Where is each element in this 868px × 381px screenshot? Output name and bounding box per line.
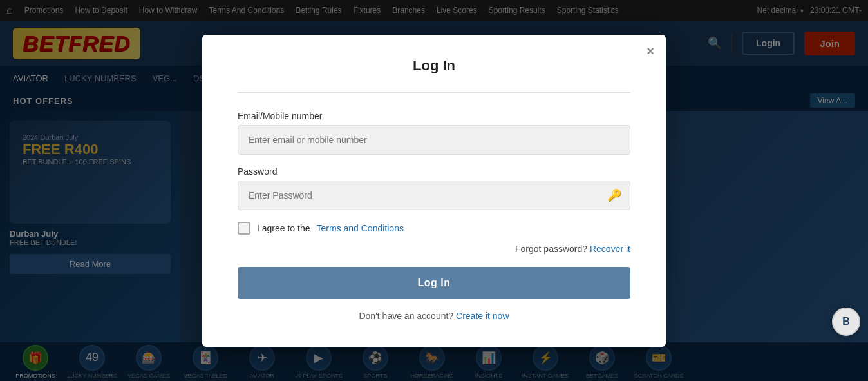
- create-account-row: Don't have an account? Create it now: [238, 311, 630, 321]
- login-submit-button[interactable]: Log In: [238, 267, 630, 299]
- forgot-text: Forgot password?: [515, 244, 587, 254]
- email-label: Email/Mobile number: [238, 111, 630, 121]
- create-account-link[interactable]: Create it now: [456, 311, 509, 321]
- terms-checkbox[interactable]: [238, 222, 250, 235]
- password-wrapper: 🔑: [238, 181, 630, 210]
- password-input[interactable]: [238, 181, 630, 210]
- modal-backdrop: × Log In Email/Mobile number Password 🔑 …: [0, 0, 868, 381]
- no-account-text: Don't have an account?: [359, 311, 453, 321]
- password-label: Password: [238, 166, 630, 177]
- login-modal: × Log In Email/Mobile number Password 🔑 …: [202, 35, 666, 347]
- modal-title: Log In: [238, 57, 630, 74]
- chat-bubble[interactable]: B: [832, 308, 860, 336]
- show-password-icon[interactable]: 🔑: [607, 188, 621, 202]
- forgot-password-row: Forgot password? Recover it: [238, 244, 630, 254]
- modal-close-button[interactable]: ×: [646, 44, 654, 59]
- terms-row: I agree to the Terms and Conditions: [238, 222, 630, 235]
- email-input[interactable]: [238, 125, 630, 155]
- terms-link[interactable]: Terms and Conditions: [317, 223, 404, 233]
- modal-divider: [238, 92, 630, 93]
- terms-prefix: I agree to the: [257, 223, 310, 233]
- recover-link[interactable]: Recover it: [590, 244, 630, 254]
